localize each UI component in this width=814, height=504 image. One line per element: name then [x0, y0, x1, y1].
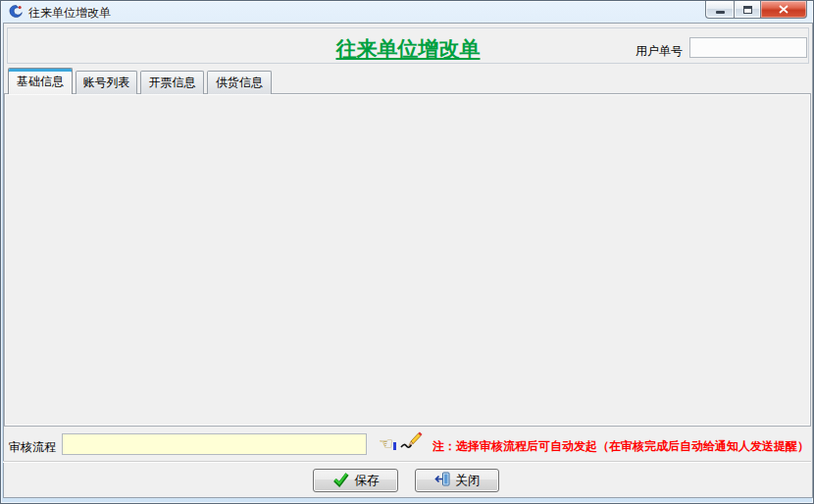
- exit-door-icon: [434, 472, 450, 489]
- save-check-icon: [332, 472, 349, 490]
- divider: [3, 461, 811, 463]
- audit-note: 注：选择审核流程后可自动发起（在审核完成后自动给通知人发送提醒）: [432, 438, 809, 455]
- window-title: 往来单位增改单: [28, 5, 111, 22]
- audit-flow-label: 审核流程: [9, 439, 56, 456]
- tab-supply-info[interactable]: 供货信息: [207, 71, 272, 94]
- lookup-hand-icon[interactable]: ☜: [379, 435, 393, 451]
- audit-flow-input[interactable]: [62, 433, 367, 455]
- app-icon: [8, 4, 24, 20]
- tab-invoice-info[interactable]: 开票信息: [140, 71, 204, 94]
- tab-page-basic-info: [4, 93, 811, 427]
- maximize-button[interactable]: [734, 1, 761, 19]
- user-doc-no-input[interactable]: [689, 37, 807, 58]
- tab-account-list[interactable]: 账号列表: [76, 71, 137, 94]
- close-icon: [779, 5, 789, 14]
- user-doc-no-label: 用户单号: [636, 43, 683, 60]
- close-button[interactable]: [761, 1, 807, 19]
- form-title: 往来单位增改单: [325, 35, 491, 63]
- title-bar[interactable]: 往来单位增改单: [1, 1, 813, 23]
- minimize-button[interactable]: [705, 1, 734, 19]
- window: 往来单位增改单 往来单位增改单 用户单号 基础信息 账号列表 开票信息 供货信息…: [0, 0, 814, 504]
- minimize-icon: [716, 11, 725, 14]
- maximize-icon: [743, 6, 752, 14]
- close-form-button[interactable]: 关闭: [415, 469, 499, 492]
- save-button[interactable]: 保存: [313, 469, 398, 492]
- signature-pen-icon[interactable]: [399, 430, 423, 455]
- tab-basic-info[interactable]: 基础信息: [8, 68, 73, 94]
